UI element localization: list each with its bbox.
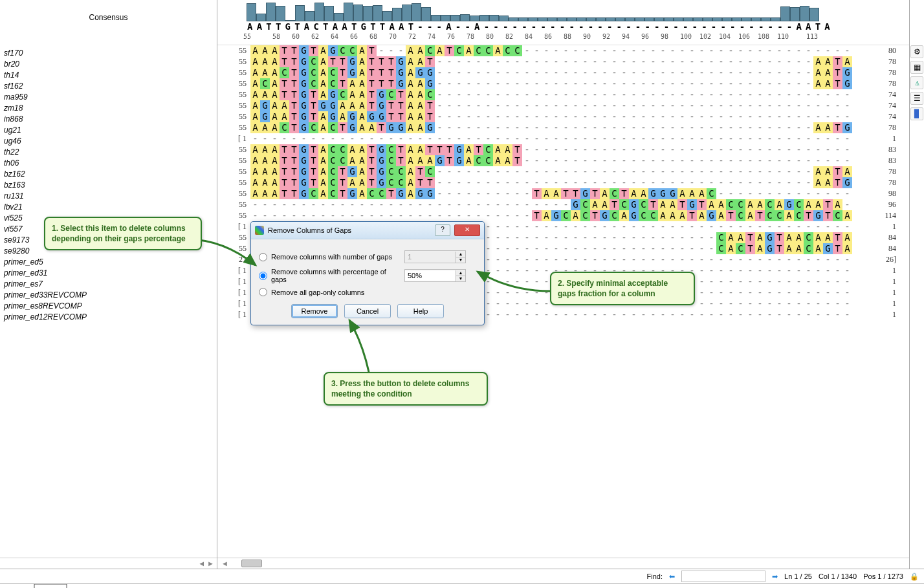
table-icon[interactable]: ☰ xyxy=(910,92,923,105)
help-button[interactable]: Help xyxy=(397,304,444,318)
seq-name[interactable]: primer_ed31 xyxy=(0,268,217,279)
seq-row[interactable]: 55AGAATGTAGAGAGGTTAAT-------------------… xyxy=(217,111,909,122)
find-input[interactable] xyxy=(681,571,765,582)
cell: - xyxy=(493,243,503,254)
seq-row[interactable]: 55AAATTGTACTGATGCCATC-------------------… xyxy=(217,166,909,177)
option-number-of-gaps[interactable]: Remove columns with number of gaps ▲▼ xyxy=(259,250,476,263)
seq-name[interactable]: ug21 xyxy=(0,125,217,136)
gear-icon[interactable]: ⚙ xyxy=(910,45,923,58)
cell: A xyxy=(260,166,270,177)
seq-row[interactable]: 55AAATTGTACCAATGCTAATTTGATCAAT----------… xyxy=(217,144,909,155)
seq-name[interactable]: th14 xyxy=(0,70,217,81)
option-all-gap-only[interactable]: Remove all gap-only columns xyxy=(259,288,476,296)
cell: A xyxy=(842,210,852,221)
seq-name[interactable]: bz163 xyxy=(0,180,217,191)
seq-row[interactable]: 55AAATTGCATTGATTTGAAT-------------------… xyxy=(217,56,909,67)
names-hscroll[interactable]: ◄ ► xyxy=(0,558,217,569)
spin-down-icon[interactable]: ▼ xyxy=(456,276,465,281)
cell: - xyxy=(755,100,765,111)
cell: - xyxy=(668,100,677,111)
cell: - xyxy=(755,298,765,309)
tree-icon[interactable]: ⍋ xyxy=(910,76,923,89)
cell: - xyxy=(648,111,658,122)
cell: - xyxy=(629,166,639,177)
hist-bar xyxy=(780,6,790,21)
cell: - xyxy=(794,56,804,67)
cell: - xyxy=(610,232,619,243)
option-percentage-of-gaps[interactable]: Remove columns with percentage of gaps ▲… xyxy=(259,268,476,283)
seq-name[interactable]: th22 xyxy=(0,147,217,158)
seq-row[interactable]: 55---------------------------------GCAAT… xyxy=(217,199,909,210)
seq-row[interactable]: 55AAATTGTAGCCAT---AACATCACCACC----------… xyxy=(217,45,909,56)
row-end: 74 xyxy=(888,112,909,122)
seq-name[interactable]: primer_es7 xyxy=(0,279,217,290)
seq-row[interactable]: 55-----------------------------TAGCACTGC… xyxy=(217,210,909,221)
cell: - xyxy=(299,210,309,221)
seq-row[interactable]: 55AGAATGTGGAAATGTTAAT-------------------… xyxy=(217,100,909,111)
seq-row[interactable]: [ 1-------------------------------------… xyxy=(217,133,909,144)
seq-name[interactable]: primer_ed12REVCOMP xyxy=(0,312,217,323)
alignment-hscroll[interactable]: ◄ xyxy=(217,558,909,569)
radio-number[interactable] xyxy=(259,253,267,261)
cell: - xyxy=(726,287,736,298)
seq-row[interactable]: 55AAACTGCACTGATTTGAGG-------------------… xyxy=(217,67,909,78)
seq-name[interactable]: ru131 xyxy=(0,191,217,202)
spin-percentage[interactable]: ▲▼ xyxy=(404,269,466,282)
find-next-icon[interactable]: ➡ xyxy=(772,572,778,581)
radio-allgap[interactable] xyxy=(259,288,267,296)
cancel-button[interactable]: Cancel xyxy=(344,304,391,318)
seq-name[interactable]: br20 xyxy=(0,59,217,70)
spin-up-icon[interactable]: ▲ xyxy=(456,270,465,276)
cell: - xyxy=(707,155,716,166)
ruler-tick: 55 xyxy=(243,33,251,40)
cell: - xyxy=(687,144,697,155)
seq-row[interactable]: 55AAATTGTAGCAATGCTAAC-------------------… xyxy=(217,89,909,100)
seq-name[interactable]: sf162 xyxy=(0,81,217,92)
seq-name[interactable]: sf170 xyxy=(0,48,217,59)
seq-row[interactable]: 55AAACTGCACTGAATGGAAG-------------------… xyxy=(217,122,909,133)
cell: - xyxy=(600,243,610,254)
cell: - xyxy=(842,287,852,298)
chart-icon[interactable]: ▊ xyxy=(910,107,923,120)
seq-row[interactable]: 55AAATTGTACTAATGCCATT-------------------… xyxy=(217,177,909,188)
seq-row[interactable]: 55ACATTGCACTAATTTGAAG-------------------… xyxy=(217,78,909,89)
seq-name[interactable]: ug46 xyxy=(0,136,217,147)
cell: - xyxy=(522,67,532,78)
palette-icon[interactable]: ▦ xyxy=(910,61,923,74)
cell: - xyxy=(716,122,726,133)
cell: - xyxy=(794,309,804,320)
seq-name[interactable]: in868 xyxy=(0,114,217,125)
seq-name[interactable]: bz162 xyxy=(0,169,217,180)
input-percentage[interactable] xyxy=(405,270,456,281)
overview-panel[interactable] xyxy=(0,583,924,588)
cell: - xyxy=(551,67,561,78)
cell: G xyxy=(299,89,309,100)
cell: - xyxy=(745,67,755,78)
seq-name[interactable]: primer_es8REVCOMP xyxy=(0,301,217,312)
seq-name[interactable]: primer_ed5 xyxy=(0,257,217,268)
cell: A xyxy=(270,56,280,67)
hscroll-thumb[interactable] xyxy=(241,560,262,567)
help-button-icon[interactable]: ? xyxy=(435,224,450,236)
remove-button[interactable]: Remove xyxy=(291,304,338,318)
seq-name[interactable]: primer_ed33REVCOMP xyxy=(0,290,217,301)
seq-row[interactable]: 55AAATTGTACCAATGCTAAAGTGACCAAT----------… xyxy=(217,155,909,166)
cell: A xyxy=(250,155,260,166)
dialog-titlebar[interactable]: Remove Columns of Gaps ? ✕ xyxy=(251,222,484,239)
lock-icon[interactable]: 🔒 xyxy=(910,572,919,581)
cell: T xyxy=(648,199,658,210)
seq-name[interactable]: ma959 xyxy=(0,92,217,103)
cell: A xyxy=(250,45,260,56)
cell: - xyxy=(648,122,658,133)
seq-name[interactable]: th06 xyxy=(0,158,217,169)
cell: - xyxy=(804,78,813,89)
radio-percentage[interactable] xyxy=(259,272,267,280)
seq-row[interactable]: 55AAATTGCACTGACCTGAGG----------TAATTGTAC… xyxy=(217,188,909,199)
cell: - xyxy=(716,133,726,144)
close-icon[interactable]: ✕ xyxy=(454,224,480,236)
find-prev-icon[interactable]: ⬅ xyxy=(669,572,675,581)
seq-name[interactable]: lbv21 xyxy=(0,202,217,213)
seq-name[interactable]: zm18 xyxy=(0,103,217,114)
cell: - xyxy=(464,67,474,78)
cell: C xyxy=(639,199,648,210)
